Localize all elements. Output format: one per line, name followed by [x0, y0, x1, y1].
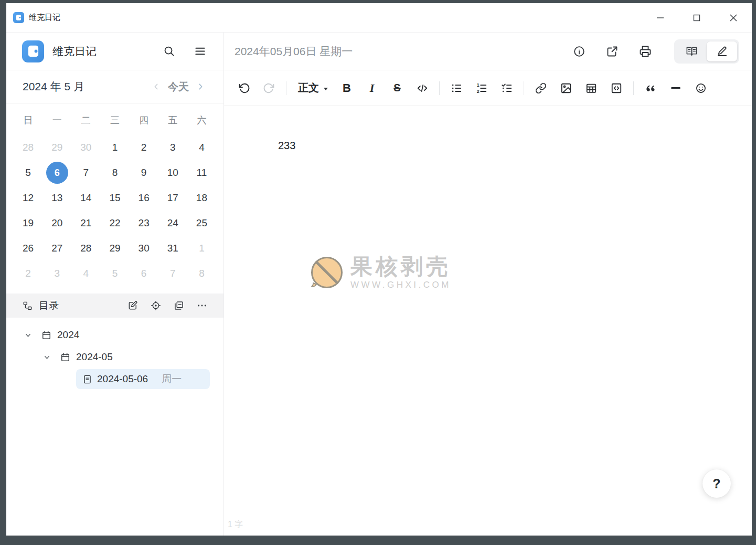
code-block-button[interactable] — [606, 78, 627, 99]
undo-button[interactable] — [233, 78, 254, 99]
calendar-day[interactable]: 7 — [158, 261, 187, 286]
edit-mode-button[interactable] — [707, 41, 737, 61]
weekday-label: 一 — [42, 111, 71, 130]
calendar-day[interactable]: 4 — [71, 261, 100, 286]
calendar-day[interactable]: 5 — [14, 160, 42, 185]
read-mode-button[interactable] — [676, 41, 707, 61]
calendar-day[interactable]: 23 — [130, 211, 158, 236]
paragraph-style-select[interactable]: 正文 — [293, 78, 332, 99]
chevron-down-icon[interactable] — [43, 353, 51, 361]
calendar-day[interactable]: 2 — [130, 135, 158, 160]
editor-panel: 2024年05月06日 星期一 — [224, 33, 752, 536]
calendar-day[interactable]: 4 — [187, 135, 216, 160]
calendar-day[interactable]: 29 — [100, 236, 129, 261]
emoji-button[interactable] — [690, 78, 711, 99]
info-icon[interactable] — [573, 45, 585, 58]
inline-code-button[interactable] — [412, 78, 433, 99]
bold-icon: B — [343, 81, 351, 95]
selected-diary-entry[interactable]: 2024-05-06 周一 — [76, 369, 210, 389]
quote-button[interactable] — [640, 78, 661, 99]
chevron-down-icon[interactable] — [24, 331, 33, 339]
tree-item-month[interactable]: 2024-05 — [6, 346, 223, 368]
calendar-day[interactable]: 15 — [100, 185, 129, 211]
tree-item-label: 2024-05 — [76, 351, 113, 363]
toolbar-divider — [633, 81, 634, 95]
help-button[interactable]: ? — [702, 469, 731, 498]
tree-item-diary-selected[interactable]: 2024-05-06 周一 — [6, 368, 223, 390]
export-icon[interactable] — [606, 45, 619, 58]
minimize-button[interactable] — [642, 3, 678, 32]
svg-text:2: 2 — [477, 88, 480, 93]
locate-current-icon[interactable] — [151, 300, 161, 311]
calendar-day[interactable]: 1 — [187, 236, 216, 261]
table-button[interactable] — [581, 78, 602, 99]
maximize-button[interactable] — [678, 3, 715, 32]
svg-text:1: 1 — [477, 82, 480, 88]
calendar-day[interactable]: 17 — [158, 185, 187, 211]
entry-text[interactable]: 233 — [278, 140, 752, 152]
editor-content[interactable]: 233 — [224, 106, 752, 536]
calendar-day[interactable]: 3 — [158, 135, 187, 160]
link-button[interactable] — [530, 78, 551, 99]
calendar-today-button[interactable]: 今天 — [168, 80, 189, 94]
more-options-icon[interactable] — [197, 300, 207, 311]
calendar-next-icon[interactable] — [196, 82, 205, 91]
calendar-day[interactable]: 18 — [187, 185, 216, 211]
calendar-day[interactable]: 16 — [130, 185, 158, 211]
calendar-day[interactable]: 26 — [14, 236, 42, 261]
calendar-day[interactable]: 10 — [158, 160, 187, 185]
calendar-prev-icon[interactable] — [152, 82, 161, 91]
new-note-icon[interactable] — [127, 300, 138, 311]
close-button[interactable] — [715, 3, 752, 32]
calendar-day[interactable]: 7 — [71, 160, 100, 185]
calendar-day[interactable]: 27 — [42, 236, 71, 261]
calendar-day[interactable]: 2 — [14, 261, 42, 286]
calendar-day[interactable]: 20 — [42, 211, 71, 236]
calendar-day[interactable]: 28 — [14, 135, 42, 160]
menu-icon[interactable] — [194, 45, 206, 57]
calendar-day[interactable]: 3 — [42, 261, 71, 286]
horizontal-rule-button[interactable] — [665, 78, 686, 99]
calendar-day[interactable]: 5 — [100, 261, 129, 286]
calendar-day[interactable]: 9 — [130, 160, 158, 185]
toolbar-divider — [524, 81, 524, 95]
calendar-day[interactable]: 11 — [187, 160, 216, 185]
tree-item-year[interactable]: 2024 — [6, 324, 223, 346]
redo-button[interactable] — [259, 78, 280, 99]
code-icon — [417, 82, 428, 94]
image-button[interactable] — [556, 78, 577, 99]
app-window: 维克日记 维克日记 — [6, 3, 752, 536]
horizontal-rule-icon — [671, 87, 680, 89]
italic-button[interactable]: I — [361, 78, 382, 99]
calendar-day[interactable]: 19 — [14, 211, 42, 236]
pencil-icon — [716, 45, 728, 57]
search-icon[interactable] — [163, 45, 175, 57]
calendar-day[interactable]: 29 — [42, 135, 71, 160]
calendar-day-selected[interactable]: 6 — [42, 160, 71, 185]
calendar-day[interactable]: 31 — [158, 236, 187, 261]
tree-item-weekday: 周一 — [162, 372, 182, 386]
bullet-list-button[interactable] — [446, 78, 467, 99]
calendar-day[interactable]: 25 — [187, 211, 216, 236]
strikethrough-button[interactable]: S — [387, 78, 408, 99]
task-list-button[interactable] — [496, 78, 517, 99]
selected-day-badge: 6 — [46, 162, 68, 184]
calendar-day[interactable]: 1 — [100, 135, 129, 160]
calendar-day[interactable]: 21 — [71, 211, 100, 236]
calendar-day[interactable]: 28 — [71, 236, 100, 261]
bold-button[interactable]: B — [336, 78, 357, 99]
print-icon[interactable] — [639, 45, 652, 58]
calendar-day[interactable]: 22 — [100, 211, 129, 236]
calendar-day[interactable]: 13 — [42, 185, 71, 211]
calendar-day[interactable]: 30 — [130, 236, 158, 261]
ordered-list-button[interactable]: 12 — [471, 78, 492, 99]
calendar-day[interactable]: 12 — [14, 185, 42, 211]
calendar-day[interactable]: 24 — [158, 211, 187, 236]
calendar-day[interactable]: 6 — [130, 261, 158, 286]
calendar-day[interactable]: 14 — [71, 185, 100, 211]
calendar-day[interactable]: 30 — [71, 135, 100, 160]
window-title: 维克日记 — [29, 13, 60, 23]
calendar-day[interactable]: 8 — [187, 261, 216, 286]
collapse-all-icon[interactable] — [174, 300, 184, 311]
calendar-day[interactable]: 8 — [100, 160, 129, 185]
